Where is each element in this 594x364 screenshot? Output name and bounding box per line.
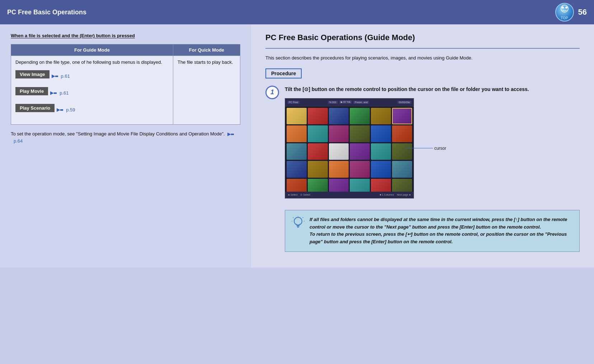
play-movie-btn[interactable]: Play Movie <box>15 87 48 95</box>
grid-cell <box>392 125 412 142</box>
view-image-link[interactable]: p.61 <box>61 73 70 79</box>
svg-rect-4 <box>55 76 58 77</box>
grid-cell <box>287 161 307 178</box>
play-scenario-btn[interactable]: Play Scenario <box>15 104 55 112</box>
grid-cell <box>371 125 391 142</box>
svg-marker-7 <box>57 108 60 112</box>
step-1-content: Tilt the [⊙] button on the remote contro… <box>285 86 580 252</box>
menu-row-scenario: Play Scenario p.59 <box>15 104 169 116</box>
step-1-container: 1 Tilt the [⊙] button on the remote cont… <box>265 86 580 252</box>
arrow-icon <box>52 74 58 79</box>
pc-free-screen: PC Free % 000 ▶ 00 %& Preem. and 00/00/0… <box>285 99 414 198</box>
arrow-icon-2 <box>50 91 57 96</box>
logo-text: TOP <box>559 4 570 20</box>
cursor-label: cursor <box>434 146 446 151</box>
top-label: TOP <box>559 16 570 20</box>
left-panel: When a file is selected and the (Enter) … <box>0 24 251 268</box>
procedure-badge: Procedure <box>265 68 302 78</box>
svg-point-2 <box>565 6 567 9</box>
pc-free-topbar: PC Free % 000 ▶ 00 %& Preem. and 00/00/0… <box>285 99 414 106</box>
grid-cell <box>308 108 328 125</box>
title-divider <box>265 48 580 49</box>
main-content: When a file is selected and the (Enter) … <box>0 24 594 268</box>
grid-cell <box>308 125 328 142</box>
header-right: TOP 56 <box>555 3 587 21</box>
page-header: PC Free Basic Operations TOP 56 <box>0 0 594 24</box>
grid-cell <box>287 143 307 160</box>
svg-marker-9 <box>227 133 231 136</box>
grid-cell <box>329 143 349 160</box>
grid-cell <box>329 161 349 178</box>
col1-body: Depending on the file type, one of he fo… <box>11 56 173 125</box>
grid-cell <box>371 161 391 178</box>
grid-cell <box>350 108 370 125</box>
grid-cell <box>371 108 391 125</box>
grid-cell <box>350 125 370 142</box>
play-scenario-link[interactable]: p.59 <box>66 107 75 112</box>
tip-text: If all files and folders cannot be displ… <box>310 216 573 246</box>
menu-row-movie: Play Movie p.61 <box>15 87 169 99</box>
right-panel: PC Free Basic Operations (Guide Mode) Th… <box>251 24 594 268</box>
grid-cell <box>371 143 391 160</box>
svg-marker-3 <box>52 75 55 78</box>
grid-cell <box>308 143 328 160</box>
note-text: To set the operation mode, see "Setting … <box>11 130 240 144</box>
page-number: 56 <box>578 8 587 17</box>
menu-row-view: View Image p.61 <box>15 70 169 82</box>
view-image-btn[interactable]: View Image <box>15 70 50 78</box>
tip-icon <box>292 216 305 229</box>
grid-cell <box>287 108 307 125</box>
pc-free-screenshot: PC Free % 000 ▶ 00 %& Preem. and 00/00/0… <box>285 98 414 198</box>
grid-cell <box>350 161 370 178</box>
grid-cell <box>350 143 370 160</box>
grid-cell <box>329 125 349 142</box>
lightbulb-icon <box>292 216 305 229</box>
top-logo: TOP <box>555 3 574 21</box>
cursor-annotation: cursor <box>404 146 446 151</box>
grid-cell <box>287 125 307 142</box>
note-arrow-icon <box>227 132 234 137</box>
guide-description: This section describes the procedures fo… <box>265 54 580 62</box>
note-link[interactable]: p.64 <box>14 138 23 144</box>
section-subtitle: When a file is selected and the (Enter) … <box>11 33 240 38</box>
col2-header: For Quick Mode <box>173 44 240 56</box>
pc-free-footer: ◄ Select ⊙ Select ■ 1 Columns Next page … <box>285 192 414 198</box>
guide-title: PC Free Basic Operations (Guide Mode) <box>265 33 580 42</box>
col1-header: For Guide Mode <box>11 44 173 56</box>
mode-table: For Guide Mode For Quick Mode Depending … <box>11 44 240 125</box>
col2-body: The file starts to play back. <box>173 56 240 125</box>
step-1-instruction: Tilt the [⊙] button on the remote contro… <box>285 86 580 93</box>
grid-cell-highlighted <box>392 108 412 125</box>
svg-rect-6 <box>54 92 57 94</box>
thumbnail-grid <box>285 106 414 197</box>
page-title: PC Free Basic Operations <box>7 9 86 16</box>
step-1-circle: 1 <box>265 86 279 99</box>
play-movie-link[interactable]: p.61 <box>60 90 69 96</box>
grid-cell <box>329 108 349 125</box>
svg-marker-5 <box>50 91 54 95</box>
svg-rect-8 <box>60 109 63 111</box>
svg-rect-10 <box>231 134 234 135</box>
grid-cell <box>308 161 328 178</box>
svg-point-1 <box>562 6 564 9</box>
svg-point-11 <box>294 217 302 225</box>
svg-line-16 <box>303 217 303 218</box>
grid-cell <box>392 161 412 178</box>
arrow-icon-3 <box>57 107 63 112</box>
svg-line-15 <box>293 217 294 218</box>
tip-box: If all files and folders cannot be displ… <box>285 210 580 252</box>
